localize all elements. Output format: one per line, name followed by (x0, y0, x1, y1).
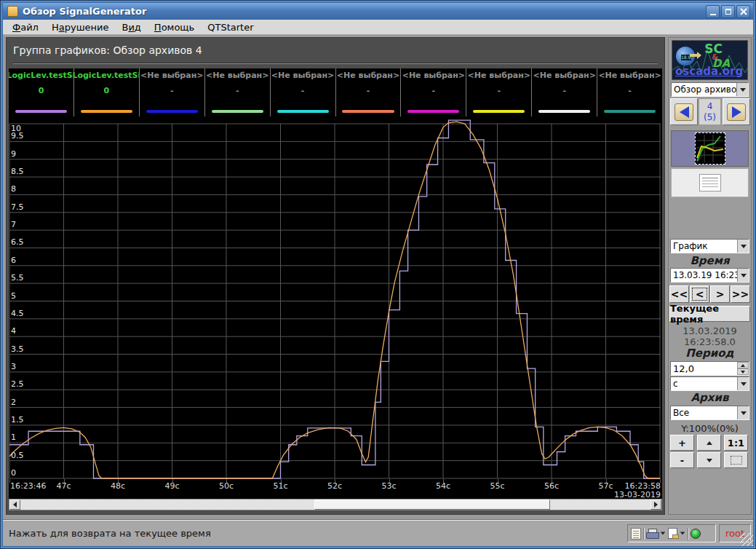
x-tick-label: 16:23:58 (625, 481, 661, 491)
shift-down-button[interactable] (697, 452, 721, 468)
printer-icon[interactable] (646, 529, 658, 539)
printer-menu-chevron-icon[interactable] (661, 532, 665, 535)
time-axis: 13-03-2019 16:23:4647с48с49с50с51с52с53с… (9, 479, 662, 499)
connection-status-icon[interactable] (691, 529, 701, 539)
thumbnail-document[interactable] (671, 168, 749, 197)
spin-down-button[interactable] (737, 368, 749, 375)
time-scrollbar[interactable] (9, 499, 662, 510)
x-tick-mark (9, 479, 10, 483)
legend-item-4[interactable]: <Не выбран>- (270, 68, 335, 116)
menu-qtstarter[interactable]: QTStarter (201, 20, 260, 34)
period-unit-select[interactable]: с (670, 376, 749, 391)
chevron-down-icon[interactable] (736, 83, 748, 96)
scrollbar-right-button[interactable] (650, 499, 661, 510)
time-first-button[interactable]: << (669, 285, 689, 303)
y-tick-label: 2.5 (11, 380, 24, 389)
legend-item-label: <Не выбран> (598, 71, 661, 80)
main-content: Группа графиков: Обзор архивов 4 LogicLe… (3, 35, 753, 519)
menu-violation[interactable]: Нарушение (45, 20, 116, 34)
legend-item-value: - (498, 86, 501, 95)
chevron-down-icon[interactable] (737, 240, 749, 253)
x-tick-mark (118, 479, 119, 483)
time-prev-button[interactable]: < (690, 285, 709, 303)
trends-widget[interactable]: LogicLev.testSi0LogicLev.testSi0<Не выбр… (9, 68, 662, 510)
separator (688, 528, 688, 540)
x-tick-mark (498, 479, 498, 483)
zoom-in-button[interactable]: + (670, 435, 694, 451)
statusbar: Нажать для возврата на текущее время roo… (3, 520, 753, 546)
scrollbar-left-button[interactable] (9, 499, 20, 510)
time-last-button[interactable]: >> (731, 285, 750, 303)
current-date-label: 13.03.2019 (669, 325, 751, 336)
y-tick-label: 3 (11, 363, 16, 371)
logo-site-link[interactable]: oscada.org (675, 65, 743, 78)
resize-grip[interactable] (740, 533, 753, 546)
menu-help[interactable]: Помощь (148, 20, 201, 34)
thumbnail-graph-selected[interactable] (671, 130, 749, 167)
chevron-down-icon[interactable] (737, 269, 749, 282)
maximize-icon (725, 9, 731, 15)
legend-item-label: <Не выбран> (271, 71, 334, 80)
zoom-out-button[interactable]: - (670, 452, 694, 468)
plot-area[interactable]: 109.598.587.576.565.554.543.532.521.510.… (9, 116, 662, 479)
view-mode-select[interactable]: График (670, 239, 749, 253)
legend-item-label: <Не выбран> (140, 71, 203, 80)
current-time-label: 16:23:58.0 (669, 336, 751, 347)
status-message[interactable]: Нажать для возврата на текущее время (9, 528, 211, 539)
legend-item-1[interactable]: LogicLev.testSi0 (73, 68, 139, 116)
time-section-header: Время (669, 254, 751, 267)
chevron-down-icon[interactable] (737, 406, 749, 419)
spin-up-button[interactable] (737, 362, 749, 368)
x-tick-mark (172, 479, 173, 483)
legend-item-2[interactable]: <Не выбран>- (139, 68, 204, 116)
export-document-icon[interactable] (668, 528, 677, 539)
document-icon[interactable] (631, 528, 641, 540)
legend-item-3[interactable]: <Не выбран>- (204, 68, 270, 116)
time-next-button[interactable]: > (710, 285, 730, 303)
titlebar[interactable]: Обзор SignalGenerator (3, 3, 753, 20)
view-mode-value: График (671, 241, 737, 251)
legend-item-5[interactable]: <Не выбран>- (335, 68, 401, 116)
archive-select[interactable]: Все (670, 406, 749, 420)
maximize-button[interactable] (721, 5, 735, 18)
oscada-logo[interactable]: 18.95 SC & DA oscada.org (672, 40, 748, 80)
minimize-button[interactable] (706, 5, 720, 18)
shift-up-button[interactable] (697, 435, 721, 451)
scale-1to1-button[interactable]: 1:1 (724, 435, 748, 451)
legend-item-8[interactable]: <Не выбран>- (531, 68, 597, 116)
prev-page-button[interactable] (670, 98, 698, 125)
datetime-select[interactable]: 13.03.19 16:23:58 (670, 268, 749, 283)
y-tick-label: 7 (11, 221, 16, 229)
y-tick-label: 7.5 (11, 203, 24, 212)
period-spinbox[interactable]: 12,0 (670, 361, 749, 376)
current-time-button[interactable]: Текущее время (669, 306, 750, 322)
legend-item-value: - (236, 86, 239, 95)
y-tick-label: 9 (11, 150, 16, 159)
x-tick-mark (443, 479, 444, 483)
x-tick-mark (552, 479, 552, 483)
x-tick-mark (226, 479, 227, 483)
legend-item-6[interactable]: <Не выбран>- (400, 68, 466, 116)
scrollbar-thumb[interactable] (314, 499, 551, 510)
region-select-icon (731, 456, 742, 465)
y-tick-label: 3.5 (11, 345, 24, 354)
page-current: 4 (699, 101, 720, 112)
next-page-icon (727, 103, 746, 121)
zoom-region-button[interactable] (724, 452, 748, 468)
menu-file[interactable]: Файл (6, 20, 45, 34)
y-tick-label: 5.5 (11, 274, 24, 283)
legend-item-7[interactable]: <Не выбран>- (466, 68, 531, 116)
menu-view[interactable]: Вид (115, 20, 147, 34)
legend-item-value: - (562, 86, 566, 95)
page-group-select[interactable]: Обзор архивов 4 (671, 82, 749, 97)
next-page-button[interactable] (723, 98, 750, 125)
close-button[interactable] (736, 5, 750, 18)
period-section-header: Период (669, 347, 751, 360)
y-tick-label: 8.5 (11, 167, 24, 176)
legend-item-0[interactable]: LogicLev.testSi0 (9, 68, 73, 116)
status-icon-tray (627, 524, 716, 542)
legend-item-9[interactable]: <Не выбран>- (597, 68, 662, 116)
export-menu-chevron-icon[interactable] (680, 532, 685, 535)
legend-color-bar (407, 110, 459, 113)
chevron-down-icon[interactable] (737, 377, 749, 390)
